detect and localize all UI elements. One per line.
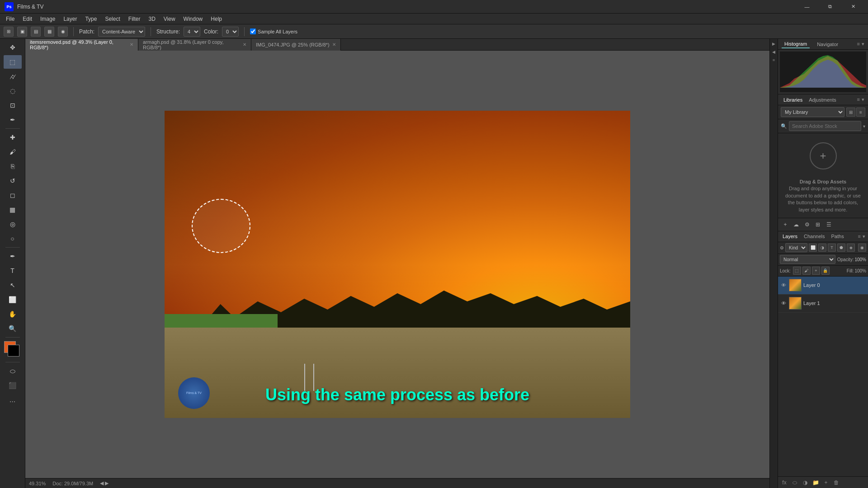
text-tool[interactable]: T <box>4 264 22 277</box>
tool-icon-2[interactable]: ▣ <box>17 27 27 37</box>
menu-type[interactable]: Type <box>81 15 100 23</box>
history-brush-tool[interactable]: ↺ <box>4 174 22 188</box>
histogram-tab[interactable]: Histogram <box>782 40 810 48</box>
zoom-tool[interactable]: 🔍 <box>4 322 22 335</box>
layer-adjustment-button[interactable]: ◑ <box>801 478 810 487</box>
menu-file[interactable]: File <box>2 15 18 23</box>
grid-view-button[interactable]: ⊞ <box>846 108 855 117</box>
library-settings-button[interactable]: ⚙ <box>802 220 811 229</box>
screen-mode-tool[interactable]: ⬛ <box>4 379 22 392</box>
tab-close-1[interactable]: ✕ <box>243 42 246 47</box>
menu-help[interactable]: Help <box>207 15 226 23</box>
shape-tool[interactable]: ⬜ <box>4 293 22 306</box>
menu-select[interactable]: Select <box>101 15 123 23</box>
tool-icon-3[interactable]: ▤ <box>31 27 41 37</box>
lock-move-btn[interactable]: 🖌 <box>802 267 811 275</box>
filter-text-btn[interactable]: T <box>828 244 836 252</box>
selection-tool[interactable]: ⬚ <box>4 55 22 69</box>
sample-all-label[interactable]: Sample All Layers <box>250 28 297 34</box>
tab-close-2[interactable]: ✕ <box>332 42 336 47</box>
layer-folder-button[interactable]: 📁 <box>811 478 820 487</box>
navigator-tab[interactable]: Navigator <box>814 41 841 48</box>
panel-options-icon[interactable]: ≡ <box>857 41 860 47</box>
layers-collapse-icon[interactable]: ▾ <box>863 234 865 239</box>
minimize-button[interactable]: — <box>797 0 817 14</box>
layer-mask-button[interactable]: ⬭ <box>790 478 799 487</box>
library-add-graphic-button[interactable]: + <box>781 220 790 229</box>
panel-collapse-icon[interactable]: ▾ <box>862 41 864 47</box>
lock-all-btn[interactable]: 🔒 <box>821 267 830 275</box>
libraries-options-icon[interactable]: ≡ <box>857 97 860 103</box>
list-view-button[interactable]: ≡ <box>856 108 865 117</box>
quick-select-tool[interactable]: ◌ <box>4 84 22 98</box>
layer-visibility-1[interactable]: 👁 <box>780 300 787 307</box>
sample-all-checkbox[interactable] <box>250 28 256 34</box>
layer-item-0[interactable]: 👁 Layer 0 <box>778 277 868 295</box>
tool-icon-4[interactable]: ▦ <box>44 27 54 37</box>
layers-tab[interactable]: Layers <box>781 233 799 240</box>
lock-artboard-btn[interactable]: + <box>812 267 820 275</box>
path-selection-tool[interactable]: ↖ <box>4 278 22 292</box>
background-color[interactable] <box>8 345 19 357</box>
library-select[interactable]: My Library <box>781 107 844 117</box>
side-icon-3[interactable]: ≡ <box>771 57 777 63</box>
tab-0[interactable]: itemsremoved.psd @ 49.3% (Layer 0, RGB/8… <box>25 39 138 51</box>
menu-view[interactable]: View <box>160 15 179 23</box>
libraries-collapse-icon[interactable]: ▾ <box>862 97 864 103</box>
lock-pixels-btn[interactable]: ⬚ <box>793 267 801 275</box>
navigator-arrows[interactable]: ◀ ▶ <box>100 480 108 486</box>
side-icon-1[interactable]: ▶ <box>771 41 777 47</box>
gradient-tool[interactable]: ▦ <box>4 203 22 216</box>
clone-stamp-tool[interactable]: ⎘ <box>4 160 22 173</box>
filter-smart-btn[interactable]: ◈ <box>847 244 855 252</box>
library-search-input[interactable] <box>789 121 861 131</box>
crop-tool[interactable]: ⊡ <box>4 99 22 112</box>
menu-window[interactable]: Window <box>180 15 207 23</box>
menu-image[interactable]: Image <box>37 15 59 23</box>
layer-item-1[interactable]: 👁 Layer 1 <box>778 295 868 313</box>
menu-edit[interactable]: Edit <box>19 15 36 23</box>
channels-tab[interactable]: Channels <box>802 233 826 240</box>
menu-filter[interactable]: Filter <box>125 15 144 23</box>
patch-mode-select[interactable]: Content-Aware <box>98 27 145 37</box>
layer-visibility-0[interactable]: 👁 <box>780 282 787 289</box>
eyedropper-tool[interactable]: ✒ <box>4 113 22 127</box>
tool-icon-1[interactable]: ⊞ <box>4 27 14 37</box>
tab-close-0[interactable]: ✕ <box>130 42 133 47</box>
library-list-button[interactable]: ☰ <box>824 220 833 229</box>
side-icon-2[interactable]: ◀ <box>771 49 777 55</box>
menu-layer[interactable]: Layer <box>60 15 80 23</box>
close-button[interactable]: ✕ <box>843 0 863 14</box>
libraries-tab[interactable]: Libraries <box>782 96 804 103</box>
move-tool[interactable]: ✥ <box>4 41 22 54</box>
menu-3d[interactable]: 3D <box>145 15 159 23</box>
paths-tab[interactable]: Paths <box>830 233 846 240</box>
eraser-tool[interactable]: ◻ <box>4 188 22 202</box>
structure-select[interactable]: 4 <box>184 27 200 37</box>
tab-2[interactable]: IMG_0474.JPG @ 25% (RGB/8*) ✕ <box>251 39 341 51</box>
filter-kind-select[interactable]: Kind <box>785 243 807 252</box>
adjustments-tab[interactable]: Adjustments <box>807 96 838 103</box>
blur-tool[interactable]: ◎ <box>4 217 22 231</box>
library-add-button[interactable]: + <box>810 142 837 169</box>
layer-new-button[interactable]: + <box>821 478 830 487</box>
lasso-tool[interactable]: ⌭ <box>4 70 22 83</box>
filter-pixel-btn[interactable]: ⬜ <box>809 244 817 252</box>
tab-1[interactable]: armagh.psd @ 31.8% (Layer 0 copy, RGB/8*… <box>138 39 251 51</box>
hand-tool[interactable]: ✋ <box>4 307 22 321</box>
filter-adj-btn[interactable]: ◑ <box>818 244 826 252</box>
layer-fx-button[interactable]: fx <box>780 478 789 487</box>
brush-tool[interactable]: 🖌 <box>4 145 22 159</box>
layers-options-icon[interactable]: ≡ <box>858 234 861 239</box>
tool-icon-5[interactable]: ◉ <box>58 27 68 37</box>
pen-tool[interactable]: ✒ <box>4 249 22 263</box>
filter-shape-btn[interactable]: ⬟ <box>837 244 845 252</box>
color-select[interactable]: 0 <box>222 27 239 37</box>
healing-brush-tool[interactable]: ✚ <box>4 131 22 144</box>
quick-mask-tool[interactable]: ⬭ <box>4 364 22 378</box>
layer-delete-button[interactable]: 🗑 <box>832 478 841 487</box>
search-dropdown-arrow[interactable]: ▾ <box>863 124 865 129</box>
extra-tools[interactable]: … <box>4 393 22 407</box>
dodge-tool[interactable]: ○ <box>4 232 22 245</box>
blend-mode-select[interactable]: Normal <box>780 255 835 264</box>
